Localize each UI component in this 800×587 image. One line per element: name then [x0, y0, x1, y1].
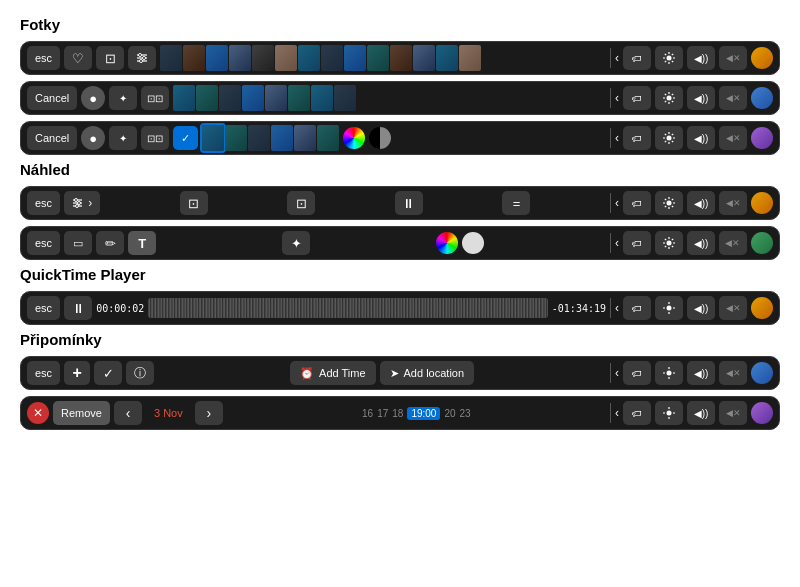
time-17[interactable]: 17 — [377, 408, 388, 419]
add-button[interactable]: + — [64, 361, 90, 385]
chevron-left-icon[interactable]: ‹ — [615, 131, 619, 145]
current-date-button[interactable]: 3 Nov — [146, 401, 191, 425]
photo-thumb[interactable] — [413, 45, 435, 71]
next-date-button[interactable]: › — [195, 401, 223, 425]
user-avatar[interactable] — [751, 297, 773, 319]
volume-icon[interactable]: ◀)) — [687, 126, 715, 150]
waveform-display[interactable] — [148, 298, 548, 318]
tag-icon[interactable]: 🏷 — [623, 361, 651, 385]
photo-thumb[interactable] — [344, 45, 366, 71]
time-16[interactable]: 16 — [362, 408, 373, 419]
photo-thumb[interactable] — [390, 45, 412, 71]
photo-thumb[interactable] — [271, 125, 293, 151]
tag-icon[interactable]: 🏷 — [623, 231, 651, 255]
user-avatar[interactable] — [751, 402, 773, 424]
chevron-left-icon[interactable]: ‹ — [615, 236, 619, 250]
tag-icon[interactable]: 🏷 — [623, 296, 651, 320]
photo-thumb[interactable] — [219, 85, 241, 111]
volume-icon[interactable]: ◀)) — [687, 191, 715, 215]
volume-icon[interactable]: ◀)) — [687, 86, 715, 110]
chevron-left-icon[interactable]: ‹ — [615, 51, 619, 65]
compare-icon[interactable]: ⊡⊡ — [141, 86, 169, 110]
cancel-button[interactable]: Cancel — [27, 86, 77, 110]
wand-icon[interactable]: ✦ — [109, 126, 137, 150]
brightness-icon[interactable] — [655, 361, 683, 385]
volume-icon[interactable]: ◀)) — [687, 296, 715, 320]
crop-icon[interactable]: ⊡ — [96, 46, 124, 70]
shapes-icon[interactable]: ▭ — [64, 231, 92, 255]
esc-button[interactable]: esc — [27, 46, 60, 70]
photo-thumb[interactable] — [206, 45, 228, 71]
brightness-adjust-icon[interactable]: ● — [81, 126, 105, 150]
photo-thumb[interactable] — [196, 85, 218, 111]
photo-thumb[interactable] — [459, 45, 481, 71]
cancel-button[interactable]: Cancel — [27, 126, 77, 150]
close-x-button[interactable]: ✕ — [27, 402, 49, 424]
pause-icon[interactable]: ⏸ — [395, 191, 423, 215]
wand-icon[interactable]: ✦ — [109, 86, 137, 110]
photo-thumb[interactable] — [183, 45, 205, 71]
brightness-adjust-icon[interactable]: ● — [81, 86, 105, 110]
play-pause-button[interactable]: ⏸ — [64, 296, 92, 320]
filters-icon[interactable] — [128, 46, 156, 70]
tag-icon[interactable]: 🏷 — [623, 401, 651, 425]
photo-thumb[interactable] — [367, 45, 389, 71]
photo-thumb[interactable] — [436, 45, 458, 71]
photo-thumb[interactable] — [202, 125, 224, 151]
chevron-left-icon[interactable]: ‹ — [615, 406, 619, 420]
mute-icon[interactable]: ◀✕ — [719, 296, 747, 320]
mute-icon[interactable]: ◀✕ — [719, 46, 747, 70]
brightness-icon[interactable] — [655, 46, 683, 70]
photo-thumb[interactable] — [252, 45, 274, 71]
user-avatar[interactable] — [751, 127, 773, 149]
mute-icon[interactable]: ◀✕ — [719, 191, 747, 215]
brightness-icon[interactable] — [655, 86, 683, 110]
chevron-left-icon[interactable]: ‹ — [615, 301, 619, 315]
add-time-button[interactable]: ⏰ Add Time — [290, 361, 375, 385]
volume-icon[interactable]: ◀)) — [687, 361, 715, 385]
info-button[interactable]: ⓘ — [126, 361, 154, 385]
chevron-left-icon[interactable]: ‹ — [615, 91, 619, 105]
photo-thumb[interactable] — [225, 125, 247, 151]
heart-icon[interactable]: ♡ — [64, 46, 92, 70]
brightness-icon[interactable] — [655, 126, 683, 150]
user-avatar[interactable] — [751, 87, 773, 109]
photo-thumb[interactable] — [288, 85, 310, 111]
chevron-left-icon[interactable]: ‹ — [615, 196, 619, 210]
photo-thumb[interactable] — [248, 125, 270, 151]
photo-thumb[interactable] — [334, 85, 356, 111]
tag-icon[interactable]: 🏷 — [623, 191, 651, 215]
photo-thumb[interactable] — [173, 85, 195, 111]
draw-icon[interactable]: ✏ — [96, 231, 124, 255]
time-19[interactable]: 19:00 — [407, 407, 440, 420]
compare-icon[interactable]: ⊡⊡ — [141, 126, 169, 150]
text-icon[interactable]: T — [128, 231, 156, 255]
photo-thumb[interactable] — [242, 85, 264, 111]
photo-thumb[interactable] — [265, 85, 287, 111]
volume-icon[interactable]: ◀)) — [687, 401, 715, 425]
esc-button[interactable]: esc — [27, 296, 60, 320]
remove-button[interactable]: Remove — [53, 401, 110, 425]
color-circle-1[interactable] — [436, 232, 458, 254]
tag-icon[interactable]: 🏷 — [623, 126, 651, 150]
rotate-right-icon[interactable]: ⊡ — [287, 191, 315, 215]
time-23[interactable]: 23 — [460, 408, 471, 419]
color-picker-icon[interactable] — [343, 127, 365, 149]
tag-icon[interactable]: 🏷 — [623, 86, 651, 110]
esc-button[interactable]: esc — [27, 361, 60, 385]
half-tone-icon[interactable] — [369, 127, 391, 149]
brightness-icon[interactable] — [655, 191, 683, 215]
prev-date-button[interactable]: ‹ — [114, 401, 142, 425]
user-avatar[interactable] — [751, 362, 773, 384]
esc-button[interactable]: esc — [27, 231, 60, 255]
rotate-left-icon[interactable]: ⊡ — [180, 191, 208, 215]
photo-thumb[interactable] — [160, 45, 182, 71]
brightness-icon[interactable] — [655, 401, 683, 425]
photo-thumb[interactable] — [294, 125, 316, 151]
add-location-button[interactable]: ➤ Add location — [380, 361, 475, 385]
mute-icon[interactable]: ◀✕ — [719, 86, 747, 110]
mute-icon[interactable]: ◀✕ — [719, 361, 747, 385]
photo-thumb[interactable] — [317, 125, 339, 151]
fit-icon[interactable]: = — [502, 191, 530, 215]
volume-icon[interactable]: ◀)) — [687, 46, 715, 70]
